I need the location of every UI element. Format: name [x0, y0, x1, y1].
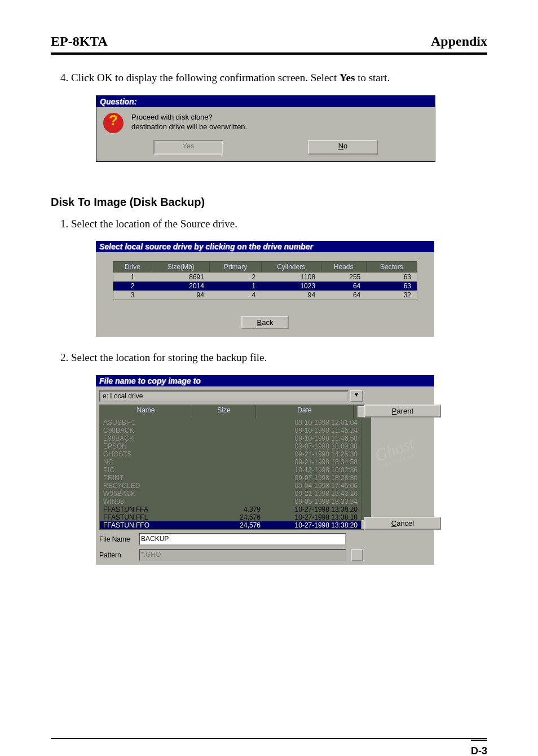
- cancel-button[interactable]: Cancel: [364, 517, 441, 530]
- dialog-titlebar: Question:: [96, 96, 435, 107]
- col-size: Size: [192, 405, 256, 419]
- parent-button[interactable]: Parent: [364, 405, 441, 417]
- pattern-input[interactable]: *.GHO: [139, 549, 346, 561]
- pattern-label: Pattern: [99, 551, 134, 559]
- instruction-step-4: Click OK to display the following confir…: [71, 71, 487, 85]
- list-item[interactable]: FFASTUN.FFO24,57610-27-1998 13:38:20: [100, 521, 361, 529]
- yes-button[interactable]: Yes: [153, 140, 223, 155]
- col-heads: Heads: [321, 262, 366, 272]
- list-item[interactable]: FFASTUN.FFA4,37910-27-1998 13:38:20: [100, 506, 361, 513]
- list-item[interactable]: W95BACK09-21-1998 15:43:16: [100, 490, 361, 498]
- table-row[interactable]: 3944946432: [113, 291, 417, 300]
- file-list: Name Size Date ▲ ASUSBI~109-10-1998 12:0…: [99, 405, 371, 530]
- list-item[interactable]: GHOST509-21-1998 14:25:30: [100, 450, 361, 458]
- list-item[interactable]: PRINT09-07-1998 18:28:30: [100, 474, 361, 482]
- drive-combo[interactable]: e: Local drive: [99, 390, 349, 402]
- table-row[interactable]: 186912110825563: [113, 272, 417, 282]
- footer-rule: [51, 738, 487, 739]
- col-drive: Drive: [113, 262, 152, 272]
- list-item[interactable]: EPSON09-07-1998 18:09:38: [100, 442, 361, 450]
- col-sectors: Sectors: [366, 262, 417, 272]
- list-item[interactable]: WIN9809-05-1998 18:33:34: [100, 498, 361, 506]
- section-heading: Disk To Image (Disk Backup): [51, 196, 487, 209]
- file-dialog: File name to copy image to e: Local driv…: [96, 375, 434, 565]
- page-number: D-3: [471, 740, 487, 756]
- ghost-logo: Ghost SOFTWARE: [364, 430, 440, 513]
- back-button[interactable]: Back: [241, 316, 289, 329]
- col-date: Date: [256, 405, 354, 419]
- file-name-input[interactable]: BACKUP: [139, 533, 346, 546]
- no-button[interactable]: No: [308, 140, 378, 155]
- header-left: EP-8KTA: [51, 34, 108, 49]
- dialog-titlebar: File name to copy image to: [96, 375, 434, 386]
- instruction-step-1: Select the location of the Source drive.: [71, 217, 487, 231]
- file-name-label: File Name: [99, 535, 134, 543]
- header-right: Appendix: [431, 34, 487, 49]
- col-primary: Primary: [210, 262, 261, 272]
- table-row[interactable]: 22014110236463: [113, 282, 417, 291]
- list-item[interactable]: ASUSBI~109-10-1998 12:01:04: [100, 419, 361, 427]
- list-item[interactable]: C98BACK09-10-1998 11:45:24: [100, 427, 361, 434]
- dialog-titlebar: Select local source drive by clicking on…: [96, 241, 434, 252]
- col-size: Size(Mb): [152, 262, 210, 272]
- list-item[interactable]: FFASTUN.FFL24,57610-27-1998 13:38:18: [100, 513, 361, 521]
- question-icon: [103, 113, 124, 133]
- dropdown-icon[interactable]: ▼: [350, 390, 363, 402]
- list-item[interactable]: NC09-21-1998 18:34:58: [100, 458, 361, 466]
- drive-select-dialog: Select local source drive by clicking on…: [96, 241, 434, 337]
- drive-table: Drive Size(Mb) Primary Cylinders Heads S…: [113, 261, 417, 300]
- dialog-message: Proceed with disk clone? destination dri…: [131, 113, 247, 132]
- pattern-dropdown-icon[interactable]: [351, 549, 363, 561]
- col-name: Name: [100, 405, 192, 419]
- list-item[interactable]: PIC10-12-1998 10:02:36: [100, 466, 361, 474]
- page-header: EP-8KTA Appendix: [51, 34, 487, 55]
- list-item[interactable]: RECYCLED09-04-1998 17:45:06: [100, 482, 361, 490]
- instruction-step-2: Select the location for storing the back…: [71, 350, 487, 365]
- question-dialog: Question: Proceed with disk clone? desti…: [96, 95, 435, 162]
- list-item[interactable]: E98BACK09-10-1998 11:46:58: [100, 434, 361, 442]
- col-cylinders: Cylinders: [261, 262, 321, 272]
